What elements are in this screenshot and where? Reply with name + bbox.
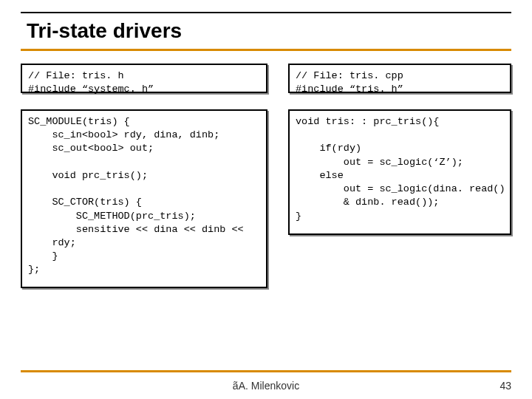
code-right-header: // File: tris. cpp #include “tris. h” [288, 64, 511, 93]
top-divider [21, 12, 511, 13]
code-right-body: void tris: : prc_tris(){ if(rdy) out = s… [288, 109, 511, 235]
copyright-symbol: ã [233, 380, 239, 392]
slide: Tri-state drivers // File: tris. h #incl… [0, 0, 532, 399]
copyright: ãA. Milenkovic [0, 380, 532, 392]
bottom-divider [21, 370, 511, 372]
copyright-text: A. Milenkovic [239, 380, 299, 392]
code-left-body: SC_MODULE(tris) { sc_in<bool> rdy, dina,… [21, 109, 267, 288]
title-underline [21, 49, 511, 51]
code-left-header: // File: tris. h #include “systemc. h” [21, 64, 267, 93]
page-number: 43 [499, 380, 511, 392]
slide-title: Tri-state drivers [27, 19, 182, 43]
